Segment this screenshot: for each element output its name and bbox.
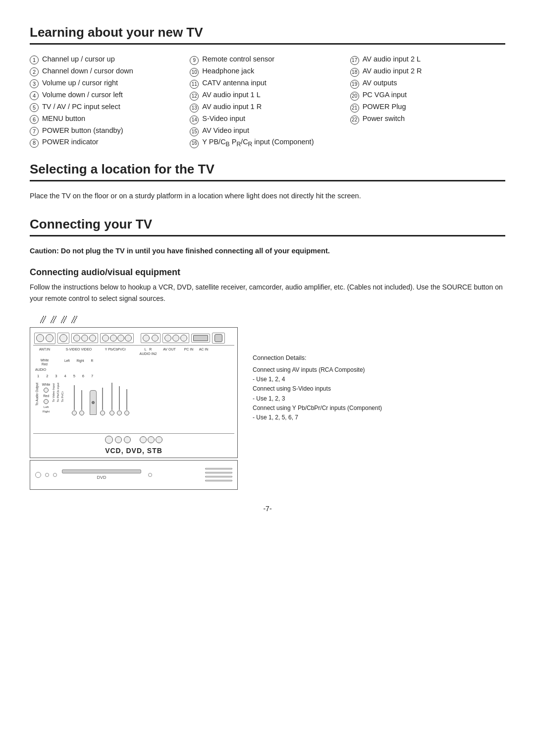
bottom-conn-5 (148, 436, 155, 443)
items-grid: 1 Channel up / cursor up 2 Channel down … (30, 54, 505, 150)
white-label: White (34, 358, 55, 362)
col1: 1 Channel up / cursor up 2 Channel down … (30, 54, 185, 150)
left-audio-red (44, 399, 49, 404)
item-text: AV audio input 1 L (202, 89, 260, 101)
svideo-3 (89, 335, 96, 342)
pb-1 (110, 335, 117, 342)
item-num: 3 (30, 79, 39, 88)
item-num: 8 (30, 139, 39, 148)
dvd-line-1 (205, 468, 232, 469)
left-label: Left (64, 358, 70, 367)
item-text: CATV antenna input (202, 77, 267, 89)
pb-input-label: To Pb/Cb input (57, 383, 60, 402)
item-text: S-Video input (202, 113, 245, 125)
item-text: AV outputs (363, 77, 397, 89)
pc-in-label: PC IN (181, 347, 197, 356)
audio-output-label: To Audio Output (35, 383, 39, 406)
item-num: 10 (190, 68, 199, 77)
item-num: 22 (350, 116, 359, 124)
svideo-2 (81, 335, 88, 342)
selecting-text: Place the TV on the floor or on a sturdy… (30, 190, 505, 202)
list-item: 4 Volume down / cursor left (30, 89, 185, 101)
caution-text: Caution: Do not plug the TV in until you… (30, 245, 505, 257)
item-num: 9 (190, 56, 199, 65)
detail-item-6: - Use 1, 2, 5, 6, 7 (253, 413, 505, 422)
item-num: 1 (30, 56, 39, 64)
item-num: 2 (30, 67, 39, 76)
list-item: 8 POWER indicator (30, 136, 185, 148)
detail-item-3: Connect using S-Video inputs (253, 384, 505, 394)
list-item: 2 Channel down / cursor down (30, 65, 185, 77)
list-item: 7 POWER button (standby) (30, 125, 185, 137)
av-out-1 (164, 335, 171, 342)
num6: 6 (82, 374, 84, 378)
audio-in2-label: L RAUDIO IN2 (138, 347, 158, 356)
list-item: 11 CATV antenna input (190, 77, 345, 89)
list-item: 3 Volume up / cursor right (30, 77, 185, 89)
dvd-player-box: DVD (30, 460, 238, 490)
num4: 4 (64, 374, 66, 378)
list-item: 9 Remote control sensor (190, 54, 345, 65)
list-item: 14 S-Video input (190, 113, 345, 125)
item-text: POWER Plug (363, 101, 406, 113)
ac-in-label: AC IN (198, 347, 210, 356)
audio-l (143, 335, 150, 342)
dvd-button-4 (148, 473, 152, 477)
pc-in-conn (193, 335, 208, 341)
list-item: 12 AV audio input 1 L (190, 89, 345, 101)
num7: 7 (91, 374, 93, 378)
bottom-conn-4 (140, 436, 147, 443)
item-text: Volume up / cursor right (42, 77, 118, 89)
item-num: 12 (190, 92, 199, 101)
pr-input-label: To Pr/Cr (61, 383, 65, 402)
bottom-conn-6 (156, 436, 162, 443)
r-label: R (91, 358, 93, 367)
av-out-2 (172, 335, 179, 342)
list-item: 6 MENU button (30, 113, 185, 125)
left-audio-white (44, 388, 49, 393)
bottom-conn-1 (105, 436, 113, 444)
list-item: 5 TV / AV / PC input select (30, 101, 185, 113)
item-num: 14 (190, 116, 199, 124)
num3: 3 (55, 374, 57, 378)
list-item: 21 POWER Plug (350, 101, 505, 113)
list-item: 19 AV outputs (350, 77, 505, 89)
item-num: 20 (350, 92, 359, 101)
item-num: 19 (350, 80, 359, 89)
audio-r (152, 335, 159, 342)
page-container: Learning about your new TV 1 Channel up … (30, 25, 505, 513)
col2: 9 Remote control sensor 10 Headphone jac… (190, 54, 345, 150)
detail-item-5: Connect using Y Pb/CbPr/Cr inputs (Compo… (253, 404, 505, 413)
page-number: -7- (30, 505, 505, 513)
connecting-heading: Connecting your TV (30, 217, 505, 232)
ant-conn-2 (46, 334, 54, 342)
item-text: Volume down / cursor left (42, 89, 123, 101)
dvd-slot (62, 469, 141, 473)
detail-item-1: Connect using AV inputs (RCA Composite) (253, 365, 505, 375)
item-text: POWER button (standby) (42, 125, 123, 137)
ant-conn-1 (36, 334, 44, 342)
selecting-section: Selecting a location for the TV Place th… (30, 162, 505, 202)
pb-2 (117, 335, 124, 342)
item-text: Power switch (363, 113, 405, 125)
learning-section: Learning about your new TV 1 Channel up … (30, 25, 505, 150)
red-sub-label: Red (43, 394, 49, 398)
tv-back-panel: ⫽⫽⫽⫽ (30, 313, 243, 490)
num2: 2 (46, 374, 48, 378)
item-text: POWER indicator (42, 136, 99, 148)
list-item: 1 Channel up / cursor up (30, 54, 185, 65)
list-item: 22 Power switch (350, 113, 505, 125)
num1: 1 (37, 374, 39, 378)
item-text: AV audio input 2 R (363, 65, 422, 77)
video-input-label: To Video Input (52, 383, 55, 402)
connection-details: Connection Details: Connect using AV inp… (253, 313, 505, 490)
item-num: 13 (190, 104, 199, 113)
item-text: AV audio input 1 R (202, 101, 262, 113)
bottom-conn-2 (115, 436, 122, 443)
list-item: 10 Headphone jack (190, 65, 345, 77)
col3: 17 AV audio input 2 L 18 AV audio input … (350, 54, 505, 150)
item-num: 16 (190, 139, 199, 148)
list-item: 20 PC VGA input (350, 89, 505, 101)
red-label: Red (34, 362, 55, 366)
item-num: 21 (350, 104, 359, 113)
